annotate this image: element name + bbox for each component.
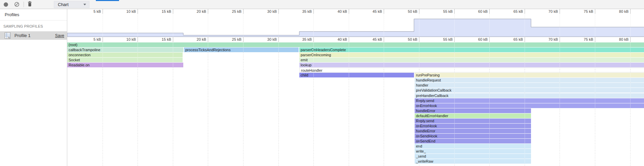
overview-gridline-overlay [419,14,419,37]
save-profile-link[interactable]: Save [55,33,64,38]
flame-gridline-overlay [243,42,243,166]
flame-frame[interactable]: processTicksAndRejections [184,47,299,52]
flame-gridline-overlay [560,42,560,166]
flame-gridline-overlay [454,42,455,166]
flame-frame[interactable]: handleRequest [415,78,644,82]
overview-gridline-overlay [489,14,490,37]
ruler-1-tick-mark [243,9,243,14]
flame-frame[interactable]: Readable.on [67,63,183,67]
flame-frame[interactable]: (root) [67,42,644,47]
ruler-1-tick-label: 25 kB [216,9,241,14]
overview-gridline-overlay [349,14,349,37]
clear-profiles-icon[interactable] [14,2,19,7]
flame-frame[interactable]: handleError [415,108,531,113]
toolbar: Chart [0,0,644,9]
ruler-1-tick-label: 30 kB [251,9,277,14]
ruler-2-tick-mark [103,37,103,42]
overview-graph[interactable] [67,14,644,37]
ruler-1-tick-mark [384,9,384,14]
ruler-1-tick-mark [525,9,525,14]
overview-gridline-overlay [208,14,208,37]
flame-frame[interactable]: lookup [299,63,644,67]
ruler-2-tick-label: 20 kB [181,37,206,42]
ruler-2-tick-label: 5 kB [75,37,101,42]
flame-frame[interactable]: onconnection [67,53,183,57]
ruler-2-tick-mark [525,37,525,42]
ruler-1-tick-label: 15 kB [146,9,171,14]
flame-frame[interactable]: runPreParsing [415,73,644,77]
ruler-1-tick-mark [630,9,631,14]
ruler-2-tick-mark [138,37,138,42]
ruler-2-tick-label: 40 kB [321,37,347,42]
ruler-2-tick-mark [489,37,490,42]
ruler-1-tick-mark [454,9,455,14]
flame-frame[interactable]: Socket [67,58,183,62]
flame-gridline-overlay [313,42,314,166]
flame-frame[interactable]: handleError [415,129,531,133]
ruler-2-tick-mark [419,37,419,42]
flame-gridline-overlay [489,42,490,166]
flame-gridline-overlay [103,42,103,166]
flame-frame[interactable]: onErrorHook [415,124,531,128]
flame-frame[interactable]: callbackTrampoline [67,47,183,52]
sidebar-title: Profiles [0,9,67,17]
overview-gridline-overlay [525,14,525,37]
trash-icon[interactable] [27,1,32,8]
flame-frame[interactable]: child [299,73,414,77]
flame-gridline-overlay [208,42,208,166]
flame-frame[interactable]: Reply.send [415,119,531,123]
ruler-1-tick-label: 35 kB [286,9,312,14]
profile-icon: % [4,32,11,39]
ruler-2-tick-label: 75 kB [568,37,593,42]
ruler-1-tick-mark [208,9,208,14]
overview-gridline-overlay [243,14,243,37]
flame-frame[interactable]: emit [299,58,644,62]
ruler-2-tick-label: 60 kB [462,37,488,42]
ruler-1-tick-label: 80 kB [603,9,629,14]
flame-frame[interactable]: parserOnHeadersComplete [299,47,644,52]
flame-frame[interactable]: _writeRaw [415,159,531,164]
flame-frame[interactable]: parserOnIncoming [299,53,644,57]
flame-frame[interactable]: routeHandler [299,68,644,72]
flame-frame[interactable]: _send [415,154,531,159]
flame-frame[interactable]: end [415,144,531,148]
flame-frame[interactable]: preValidationCallback [415,88,644,93]
record-icon[interactable] [4,2,8,7]
flame-frame[interactable]: write_ [415,149,531,154]
flame-gridline-overlay [173,42,173,166]
profiler-window: Chart Profiles SAMPLING PROFILES % Profi… [0,0,644,166]
flame-frame[interactable]: onErrorHook [415,103,644,108]
flame-frame[interactable]: onSendHook [415,134,531,138]
ruler-2-tick-label: 45 kB [356,37,382,42]
ruler-1-tick-label: 70 kB [532,9,558,14]
ruler-2-tick-mark [560,37,560,42]
flame-frame[interactable]: Reply.send [415,98,644,103]
flame-chart-panel[interactable]: 5 kB5 kB10 kB10 kB15 kB15 kB20 kB20 kB25… [67,9,644,166]
ruler-1-tick-label: 55 kB [427,9,453,14]
ruler-2-tick-label: 15 kB [146,37,171,42]
ruler-2-tick-mark [595,37,595,42]
flame-frame[interactable]: handler [415,83,644,88]
ruler-1-tick-mark [595,9,595,14]
ruler-2-tick-mark [173,37,173,42]
flame-gridline-overlay [630,42,631,166]
ruler-1-tick-mark [103,9,103,14]
flame-gridline-overlay [525,42,525,166]
ruler-2-tick-label: 55 kB [427,37,453,42]
ruler-1-tick-mark [349,9,349,14]
ruler-2-tick-label: 50 kB [392,37,417,42]
ruler-2-tick-mark [349,37,349,42]
ruler-2-tick-label: 70 kB [532,37,558,42]
view-mode-select[interactable]: Chart [54,1,89,8]
ruler-2-tick-mark [278,37,279,42]
ruler-2-tick-mark [313,37,314,42]
flame-frame[interactable]: defaultErrorHandler [415,113,531,118]
flame-frame[interactable]: onSendEnd [415,139,531,143]
overview-gridline-overlay [454,14,455,37]
ruler-1-tick-label: 20 kB [181,9,206,14]
flame-frame[interactable]: preHandlerCallback [415,93,644,98]
ruler-1-tick-mark [278,9,279,14]
sidebar-item-profile-1[interactable]: % Profile 1 Save [0,31,67,40]
overview-gridline-overlay [384,14,384,37]
ruler-2-tick-label: 30 kB [251,37,277,42]
